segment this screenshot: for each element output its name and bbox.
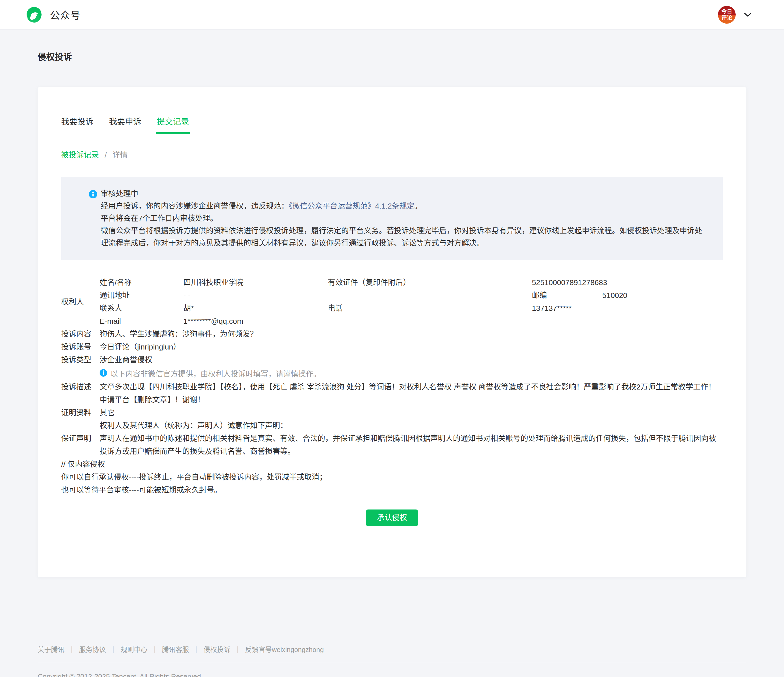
zip-value: 510020 xyxy=(602,289,627,302)
complaint-description-label: 投诉描述 xyxy=(61,380,100,407)
notice-legal-process-line: 微信公众平台将根据投诉方提供的资料依法进行侵权投诉处理，履行法定的平台义务。若投… xyxy=(101,225,707,249)
zip-label: 邮编 xyxy=(532,289,602,302)
option-admit-line: 你可以自行承认侵权----投诉终止，平台自动删除被投诉内容，处罚减半或取消； xyxy=(61,471,723,484)
avatar-text-line2: 评论 xyxy=(722,15,732,21)
certificate-label: 有效证件（复印件附后） xyxy=(328,276,532,289)
complaint-account-label: 投诉账号 xyxy=(61,341,100,354)
complaint-type-row: 投诉类型 涉企业商誉侵权 xyxy=(61,354,723,366)
complaint-content-value: 狗伤人、学生涉嫌虐狗：涉狗事件，为何频发？ xyxy=(100,328,723,341)
tab-bar: 我要投诉 我要申诉 提交记录 xyxy=(61,115,723,134)
declaration-value: 权利人及其代理人（统称为：声明人）诚意作如下声明： 声明人在通知书中的陈述和提供… xyxy=(100,419,723,458)
complaint-type-label: 投诉类型 xyxy=(61,354,100,366)
breadcrumb-current-detail: 详情 xyxy=(112,151,128,159)
zip-pair: 邮编 510020 xyxy=(532,289,723,302)
certificate-value: 525100007891278683 xyxy=(532,276,723,289)
non-official-note-row: 以下内容非微信官方提供，由权利人投诉时填写，请谨慎操作。 xyxy=(61,366,723,380)
option-wait-line: 也可以等待平台审核----可能被短期或永久封号。 xyxy=(61,484,723,497)
review-status-title: 审核处理中 xyxy=(101,188,707,200)
chevron-down-icon[interactable] xyxy=(744,12,752,17)
complaint-content-row: 投诉内容 狗伤人、学生涉嫌虐狗：涉狗事件，为何频发？ xyxy=(61,328,723,341)
footer-link-tencent-support[interactable]: 腾讯客服 xyxy=(162,644,189,654)
email-label: E-mail xyxy=(100,315,184,328)
footer-link-infringement-complaint[interactable]: 侵权投诉 xyxy=(204,644,230,654)
avatar-text-line1: 今日 xyxy=(722,9,732,15)
footer-links: 关于腾讯 | 服务协议 | 规则中心 | 腾讯客服 | 侵权投诉 | 反馈官号w… xyxy=(37,644,747,654)
notice-violation-suffix: 。 xyxy=(414,202,422,210)
footer-link-service-agreement[interactable]: 服务协议 xyxy=(79,644,106,654)
platform-rules-link[interactable]: 《微信公众平台运营规范》4.1.2条规定 xyxy=(289,202,414,210)
page-footer: 关于腾讯 | 服务协议 | 规则中心 | 腾讯客服 | 侵权投诉 | 反馈官号w… xyxy=(37,644,747,677)
notice-violation-prefix: 经用户投诉，你的内容涉嫌涉企业商誉侵权，违反规范： xyxy=(101,202,289,210)
non-official-note-text: 以下内容非微信官方提供，由权利人投诉时填写，请谨慎操作。 xyxy=(110,370,321,378)
review-status-notice: 审核处理中 经用户投诉，你的内容涉嫌涉企业商誉侵权，违反规范：《微信公众平台运营… xyxy=(61,177,723,260)
notice-violation-line: 经用户投诉，你的内容涉嫌涉企业商誉侵权，违反规范：《微信公众平台运营规范》4.1… xyxy=(101,200,707,212)
complaint-detail-card: 我要投诉 我要申诉 提交记录 被投诉记录 / 详情 审核处理中 经用户投诉，你的… xyxy=(37,87,747,577)
contact-value: 胡* xyxy=(184,302,328,315)
footer-separator: | xyxy=(71,645,73,653)
notice-review-period-line: 平台将会在7个工作日内审核处理。 xyxy=(101,212,707,225)
complaint-description-row: 投诉描述 文章多次出现【四川科技职业学院】【校名】，使用【死亡 虐杀 宰杀流浪狗… xyxy=(61,380,723,407)
declaration-intro: 权利人及其代理人（统称为：声明人）诚意作如下声明： xyxy=(100,419,723,432)
footer-separator: | xyxy=(237,645,239,653)
page-title: 侵权投诉 xyxy=(37,50,784,62)
address-value: - - xyxy=(184,289,328,302)
contact-label: 联系人 xyxy=(100,302,184,315)
footer-link-rules-center[interactable]: 规则中心 xyxy=(121,644,148,654)
option-comment-line: // 仅内容侵权 xyxy=(61,458,723,471)
top-header: 公众号 今日 评论 xyxy=(0,0,784,30)
name-value: 四川科技职业学院 xyxy=(184,276,328,289)
brand-home-link[interactable]: 公众号 xyxy=(25,6,81,23)
wechat-official-account-logo-icon xyxy=(25,6,43,23)
evidence-value: 其它 xyxy=(100,407,723,419)
action-area: 承认侵权 xyxy=(61,509,723,526)
footer-divider xyxy=(37,662,747,662)
tab-submission-records[interactable]: 提交记录 xyxy=(157,115,189,134)
complaint-type-value: 涉企业商誉侵权 xyxy=(100,354,723,366)
complaint-content-label: 投诉内容 xyxy=(61,328,100,341)
complaint-account-row: 投诉账号 今日评论（jinripinglun） xyxy=(61,341,723,354)
info-icon xyxy=(89,190,97,198)
breadcrumb-separator: / xyxy=(105,151,107,159)
footer-link-about-tencent[interactable]: 关于腾讯 xyxy=(37,644,64,654)
breadcrumb-complained-records-link[interactable]: 被投诉记录 xyxy=(61,151,99,159)
info-icon xyxy=(100,366,107,379)
tab-i-want-to-appeal[interactable]: 我要申诉 xyxy=(109,115,141,134)
declaration-body: 声明人在通知书中的陈述和提供的相关材料皆是真实、有效、合法的，并保证承担和赔偿腾… xyxy=(100,432,723,458)
declaration-row: 保证声明 权利人及其代理人（统称为：声明人）诚意作如下声明： 声明人在通知书中的… xyxy=(61,419,723,458)
breadcrumb: 被投诉记录 / 详情 xyxy=(61,149,723,160)
empty-cell xyxy=(532,315,723,328)
complaint-details: 权利人 姓名/名称 四川科技职业学院 有效证件（复印件附后） 525100007… xyxy=(61,276,723,497)
email-value: 1********@qq.com xyxy=(184,315,328,328)
name-label: 姓名/名称 xyxy=(100,276,184,289)
declaration-label: 保证声明 xyxy=(61,419,100,458)
footer-separator: | xyxy=(196,645,198,653)
tab-i-want-to-complain[interactable]: 我要投诉 xyxy=(61,115,93,134)
address-label: 通讯地址 xyxy=(100,289,184,302)
evidence-row: 证明资料 其它 xyxy=(61,407,723,419)
footer-link-feedback-account[interactable]: 反馈官号weixingongzhong xyxy=(245,644,324,654)
brand-name: 公众号 xyxy=(50,8,81,22)
rights-holder-group-label: 权利人 xyxy=(61,295,100,309)
account-avatar[interactable]: 今日 评论 xyxy=(718,6,736,23)
copyright-text: Copyright © 2012-2025 Tencent. All Right… xyxy=(37,672,747,677)
complaint-description-value: 文章多次出现【四川科技职业学院】【校名】，使用【死亡 虐杀 宰杀流浪狗 处分】等… xyxy=(100,380,723,407)
phone-value: 137137***** xyxy=(532,302,723,315)
empty-cell xyxy=(328,315,532,328)
evidence-label: 证明资料 xyxy=(61,407,100,419)
rights-holder-section: 权利人 姓名/名称 四川科技职业学院 有效证件（复印件附后） 525100007… xyxy=(61,276,723,328)
footer-separator: | xyxy=(154,645,156,653)
complaint-account-value: 今日评论（jinripinglun） xyxy=(100,341,723,354)
footer-separator: | xyxy=(112,645,114,653)
empty-cell xyxy=(328,289,532,302)
admit-infringement-button[interactable]: 承认侵权 xyxy=(366,509,418,526)
non-official-note: 以下内容非微信官方提供，由权利人投诉时填写，请谨慎操作。 xyxy=(100,366,723,380)
phone-label: 电话 xyxy=(328,302,532,315)
